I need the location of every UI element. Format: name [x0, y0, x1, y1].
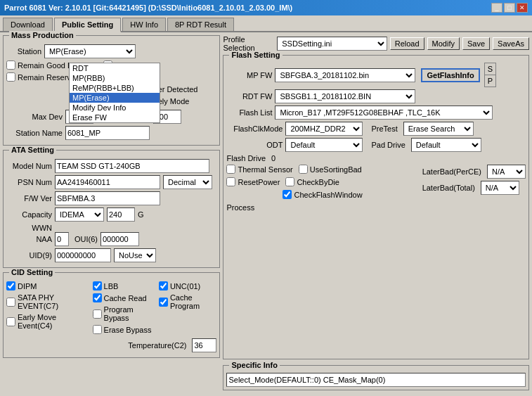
cache-read-checkbox[interactable]	[93, 293, 102, 302]
save-as-button[interactable]: SaveAs	[493, 37, 529, 50]
modify-button[interactable]: Modify	[427, 37, 460, 50]
unc01-row: UNC(01)	[159, 281, 217, 290]
rdt-fw-select[interactable]: SBSGB1.1_20181102.BIN	[275, 89, 415, 103]
specific-info-title: Specific Info	[229, 361, 279, 369]
flash-setting-title: Flash Setting	[229, 51, 282, 59]
thermal-sensor-checkbox[interactable]	[226, 165, 235, 174]
model-num-input[interactable]: TEAM SSD GT1-240GB	[55, 159, 209, 173]
tab-download[interactable]: Download	[3, 18, 53, 31]
erase-bypass-label: Erase Bypass	[104, 326, 152, 334]
reset-power-checkbox[interactable]	[226, 177, 235, 186]
flash-list-label: Flash List	[226, 108, 272, 117]
later-bad-perce-select[interactable]: N/A	[487, 165, 526, 179]
dropdown-item-remp[interactable]: ReMP(RBB+LBB)	[70, 83, 160, 93]
dropdown-item-mp-rbb[interactable]: MP(RBB)	[70, 73, 160, 83]
remain-reserved-checkbox[interactable]	[6, 72, 15, 82]
program-bypass-checkbox[interactable]	[93, 309, 102, 319]
unc01-checkbox[interactable]	[159, 281, 168, 290]
rdt-fw-label: RDT FW	[226, 92, 272, 101]
model-num-label: Model Num	[6, 162, 52, 170]
station-select[interactable]: RDT MP(RBB) ReMP(RBB+LBB) MP(Erase) Modi…	[44, 44, 136, 58]
odt-select[interactable]: Default	[285, 138, 363, 152]
flash-drive-row: Flash Drive 0	[226, 154, 526, 162]
wwn-row: WWN	[6, 224, 216, 232]
program-bypass-label: Program Bypass	[104, 305, 153, 322]
later-bad-total-row: LaterBad(Total) N/A	[422, 181, 526, 195]
fw-ver-input[interactable]: SBFMBA.3	[55, 191, 160, 205]
reload-button[interactable]: Reload	[390, 37, 424, 50]
oui-label: OUI(6)	[74, 235, 98, 243]
profile-row: Profile Selection SSDSetting.ini Reload …	[223, 35, 529, 52]
uid-label: UID(9)	[6, 251, 52, 260]
dipm-checkbox[interactable]	[6, 281, 15, 290]
later-bad-perce-row: LaterBad(PerCE) N/A	[422, 165, 526, 179]
specific-info-input[interactable]: Select_Mode(DEFAULT::0) CE_Mask_Map(0)	[226, 373, 526, 387]
s-button[interactable]: S	[485, 63, 495, 75]
check-by-die-checkbox[interactable]	[285, 177, 294, 186]
psn-num-input[interactable]: AA2419460011	[55, 175, 160, 189]
check-flash-window-checkbox[interactable]	[283, 190, 292, 199]
rdt-fw-row: RDT FW SBSGB1.1_20181102.BIN	[226, 89, 526, 103]
later-bad-group: LaterBad(PerCE) N/A LaterBad(Total) N/A	[422, 165, 526, 195]
reset-power-label: ResetPower	[238, 178, 280, 186]
mp-fw-select[interactable]: SBFGBA.3_20181102.bin	[275, 68, 415, 82]
lbb-checkbox[interactable]	[93, 281, 102, 290]
tab-public-setting[interactable]: Public Setting	[54, 18, 121, 32]
capacity-value-input[interactable]: 240	[107, 207, 135, 222]
later-bad-total-select[interactable]: N/A	[481, 181, 519, 195]
tab-8p-rdt-result[interactable]: 8P RDT Result	[167, 18, 234, 31]
dropdown-item-rdt[interactable]: RDT	[70, 63, 160, 73]
mass-production-title: Mass Production	[9, 31, 76, 39]
left-panel: Mass Production Station RDT MP(RBB) ReMP…	[3, 35, 220, 390]
remain-good-blocks-checkbox[interactable]	[6, 60, 15, 70]
p-button[interactable]: P	[485, 75, 495, 87]
sata-phy-checkbox[interactable]	[6, 298, 15, 307]
lbb-label: LBB	[104, 282, 119, 290]
maximize-button[interactable]: □	[504, 3, 515, 13]
flash-content: MP FW SBFGBA.3_20181102.bin GetFlashInfo…	[226, 58, 526, 212]
early-move-checkbox[interactable]	[6, 317, 15, 326]
erase-bypass-checkbox[interactable]	[93, 325, 102, 334]
uid-input[interactable]: 000000000	[55, 248, 111, 262]
use-sorting-bad-checkbox[interactable]	[299, 165, 308, 174]
naa-row: NAA 0 OUI(6) 000000	[6, 232, 216, 246]
flash-list-select[interactable]: Micron_B17 ,MT29F512G08EBHAF ,TLC_16K	[275, 106, 493, 120]
psn-num-label: PSN Num	[6, 178, 52, 186]
uid-row: UID(9) 000000000 NoUse Use	[6, 248, 216, 262]
pad-drive-label: Pad Drive	[371, 141, 405, 149]
station-name-input[interactable]: 6081_MP	[65, 126, 150, 140]
pad-drive-select[interactable]: Default	[411, 138, 481, 152]
mass-production-group: Mass Production Station RDT MP(RBB) ReMP…	[3, 35, 220, 146]
later-bad-total-label: LaterBad(Total)	[422, 184, 475, 192]
naa-input[interactable]: 0	[55, 232, 69, 246]
dropdown-item-erase-fw[interactable]: Erase FW	[70, 113, 160, 122]
save-button[interactable]: Save	[462, 37, 490, 50]
flash-clk-select[interactable]: 200MHZ_DDR2	[285, 122, 363, 136]
naa-label: NAA	[6, 235, 52, 243]
close-button[interactable]: ✕	[517, 3, 528, 13]
dropdown-item-mp-erase[interactable]: MP(Erase)	[70, 93, 160, 103]
get-flash-info-button[interactable]: GetFlashInfo	[421, 68, 479, 82]
tab-hw-info[interactable]: HW Info	[122, 18, 166, 31]
dropdown-item-modify-dev[interactable]: Modify Dev Info	[70, 103, 160, 113]
sata-phy-label: SATA PHY EVENT(C7)	[18, 293, 87, 310]
capacity-row: Capacity IDEMA Fixed 240 G	[6, 207, 216, 222]
cache-program-checkbox[interactable]	[159, 298, 168, 307]
ata-settings-title: ATA Setting	[9, 146, 56, 154]
uid-mode-select[interactable]: NoUse Use	[114, 248, 156, 262]
profile-select[interactable]: SSDSetting.ini	[277, 37, 387, 51]
station-name-row: Station Name 6081_MP	[6, 126, 216, 140]
psn-format-select[interactable]: Decimal Hex	[163, 175, 212, 189]
minimize-button[interactable]: _	[491, 3, 502, 13]
model-num-row: Model Num TEAM SSD GT1-240GB	[6, 159, 216, 173]
mp-fw-label: MP FW	[226, 71, 272, 79]
cache-read-row: Cache Read	[93, 293, 153, 302]
unc01-label: UNC(01)	[170, 282, 200, 290]
capacity-mode-select[interactable]: IDEMA Fixed	[55, 207, 104, 222]
process-label: Process	[226, 203, 526, 212]
main-content: Mass Production Station RDT MP(RBB) ReMP…	[0, 32, 532, 393]
pretest-select[interactable]: Erase Search	[403, 122, 474, 136]
temperature-input[interactable]: 36	[192, 338, 216, 352]
station-dropdown-menu: RDT MP(RBB) ReMP(RBB+LBB) MP(Erase) Modi…	[69, 63, 160, 123]
oui-input[interactable]: 000000	[100, 232, 139, 246]
